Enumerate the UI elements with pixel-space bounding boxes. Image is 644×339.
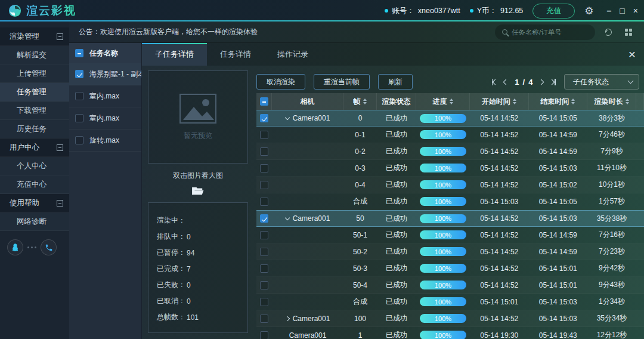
subtask-status-filter[interactable]: 子任务状态: [564, 74, 639, 90]
tab[interactable]: 任务详情: [207, 43, 264, 66]
camera-cell[interactable]: Camera001: [272, 331, 343, 339]
table-row[interactable]: Camera001 1 已成功 100% 05-14 19:30 05-14 1…: [256, 327, 644, 339]
task-list-item[interactable]: 旋转.max: [69, 130, 141, 152]
table-row[interactable]: 50-4 已成功 100% 05-14 14:52 05-14 15:01 9分…: [256, 277, 644, 294]
table-row[interactable]: 50-2 已成功 100% 05-14 14:52 05-14 14:59 7分…: [256, 244, 644, 260]
search-input[interactable]: [512, 29, 588, 36]
table-row[interactable]: 0-1 已成功 100% 05-14 14:52 05-14 14:59 7分4…: [256, 127, 644, 143]
sidebar-item[interactable]: 渲染管理: [0, 27, 69, 46]
refresh-button[interactable]: 刷新: [378, 74, 413, 90]
rerender-current-frame-button[interactable]: 重渲当前帧: [314, 74, 370, 90]
close-window-button[interactable]: ×: [633, 7, 638, 15]
row-checkbox[interactable]: [260, 181, 268, 189]
sidebar-item[interactable]: 解析提交: [0, 46, 69, 64]
preview-box[interactable]: 暂无预览: [148, 70, 248, 164]
next-page-button[interactable]: [538, 79, 544, 85]
grid-menu-button[interactable]: [621, 25, 636, 39]
select-all-rows-checkbox[interactable]: [260, 97, 268, 106]
row-checkbox[interactable]: [260, 331, 268, 339]
close-detail-icon[interactable]: ×: [628, 48, 636, 60]
cancel-render-button[interactable]: 取消渲染: [256, 74, 305, 90]
column-header[interactable]: 开始时间: [470, 93, 529, 110]
sidebar-item[interactable]: 充值中心: [0, 175, 69, 194]
task-checkbox[interactable]: [75, 114, 83, 122]
search-box[interactable]: [495, 24, 595, 40]
recharge-button[interactable]: 充值: [532, 4, 575, 19]
column-header[interactable]: 相机: [272, 93, 343, 110]
column-header[interactable]: 渲染状态: [377, 93, 416, 110]
sidebar-item[interactable]: 个人中心: [0, 157, 69, 175]
sort-icon[interactable]: [626, 98, 629, 104]
collapse-icon[interactable]: [57, 33, 63, 40]
collapse-icon[interactable]: [57, 144, 63, 151]
maximize-button[interactable]: □: [620, 7, 624, 15]
sort-icon[interactable]: [513, 98, 516, 104]
end-time-cell: 05-14 15:01: [529, 264, 588, 273]
table-row[interactable]: Camera001 50 已成功 100% 05-14 14:52 05-14 …: [256, 210, 644, 227]
table-row[interactable]: 合成 已成功 100% 05-14 15:01 05-14 15:03 1分34…: [256, 294, 644, 310]
settings-gear-icon[interactable]: ⚙: [584, 5, 593, 17]
row-checkbox[interactable]: [260, 231, 268, 239]
column-header[interactable]: 渲染时长: [587, 93, 636, 110]
sidebar-item[interactable]: 使用帮助: [0, 194, 69, 212]
row-checkbox[interactable]: [260, 264, 268, 273]
prev-page-button[interactable]: [503, 79, 509, 85]
task-list-item[interactable]: 室内.max: [69, 107, 141, 130]
sidebar-item[interactable]: 历史任务: [0, 120, 69, 138]
expand-chevron-icon[interactable]: [284, 215, 289, 220]
row-checkbox[interactable]: [260, 114, 268, 122]
last-page-button[interactable]: [550, 79, 556, 85]
sidebar-item[interactable]: 任务管理: [0, 83, 69, 101]
collapse-icon[interactable]: [57, 200, 63, 207]
column-header[interactable]: 进度: [416, 93, 470, 110]
expand-chevron-icon[interactable]: [284, 115, 289, 119]
tab[interactable]: 子任务详情: [142, 43, 207, 66]
task-checkbox[interactable]: [75, 92, 83, 100]
sidebar-item[interactable]: 网络诊断: [0, 212, 69, 231]
expand-chevron-icon[interactable]: [284, 316, 289, 320]
row-checkbox[interactable]: [260, 315, 268, 323]
sort-icon[interactable]: [450, 98, 453, 104]
task-checkbox[interactable]: [75, 70, 83, 78]
table-row[interactable]: Camera001 0 已成功 100% 05-14 14:52 05-14 1…: [256, 110, 644, 127]
start-time-cell: 05-14 14:52: [470, 147, 529, 156]
table-row[interactable]: 合成 已成功 100% 05-14 15:03 05-14 15:05 1分57…: [256, 193, 644, 210]
camera-cell[interactable]: Camera001: [272, 214, 343, 223]
row-checkbox[interactable]: [260, 298, 268, 306]
table-row[interactable]: 50-1 已成功 100% 05-14 14:52 05-14 14:59 7分…: [256, 227, 644, 244]
sidebar-item[interactable]: 用户中心: [0, 138, 69, 157]
table-row[interactable]: 50-3 已成功 100% 05-14 14:52 05-14 15:01 9分…: [256, 260, 644, 277]
row-checkbox[interactable]: [260, 248, 268, 256]
qq-contact-button[interactable]: [7, 239, 23, 255]
row-checkbox[interactable]: [260, 281, 268, 289]
tab[interactable]: 操作记录: [264, 43, 321, 66]
sidebar-item[interactable]: 上传管理: [0, 64, 69, 83]
table-row[interactable]: Camera001 100 已成功 100% 05-14 14:52 05-14…: [256, 310, 644, 327]
select-all-tasks-checkbox[interactable]: [75, 49, 83, 57]
camera-cell[interactable]: Camera001: [272, 114, 343, 122]
sidebar-item[interactable]: 下载管理: [0, 101, 69, 120]
minimize-button[interactable]: –: [607, 7, 612, 15]
open-folder-icon[interactable]: [191, 186, 205, 196]
row-checkbox[interactable]: [260, 198, 268, 206]
row-checkbox[interactable]: [260, 214, 268, 223]
column-header[interactable]: 帧: [343, 93, 377, 110]
balance-dot-icon: [470, 9, 473, 13]
refresh-list-button[interactable]: [601, 25, 615, 39]
column-header[interactable]: 结束时间: [529, 93, 588, 110]
task-checkbox[interactable]: [75, 136, 83, 144]
table-row[interactable]: 0-2 已成功 100% 05-14 14:52 05-14 14:59 7分9…: [256, 143, 644, 160]
first-page-button[interactable]: [492, 79, 498, 85]
camera-cell[interactable]: Camera001: [272, 315, 343, 323]
row-checkbox[interactable]: [260, 164, 268, 172]
table-row[interactable]: 0-4 已成功 100% 05-14 14:52 05-14 15:02 10分…: [256, 177, 644, 193]
row-checkbox[interactable]: [260, 147, 268, 156]
table-row[interactable]: 0-3 已成功 100% 05-14 14:52 05-14 15:03 11分…: [256, 160, 644, 177]
row-checkbox[interactable]: [260, 131, 268, 139]
sort-icon[interactable]: [571, 98, 575, 104]
sort-icon[interactable]: [363, 98, 367, 104]
task-list-item[interactable]: 海景别墅-1 - 副本: [69, 63, 141, 85]
subtask-toolbar: 取消渲染 重渲当前帧 刷新 1 /: [256, 70, 644, 93]
phone-contact-button[interactable]: [41, 239, 57, 255]
task-list-item[interactable]: 室内.max: [69, 85, 141, 107]
